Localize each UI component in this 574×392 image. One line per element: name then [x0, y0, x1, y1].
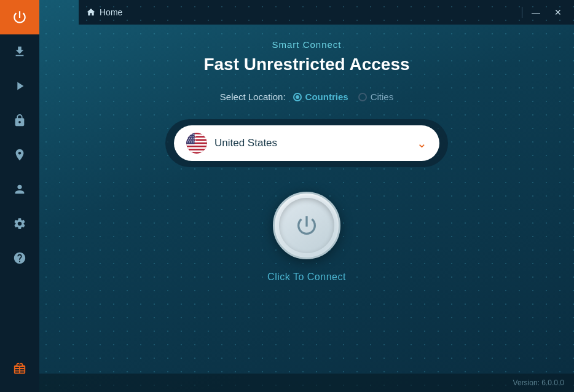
sidebar-item-settings[interactable]	[0, 206, 39, 241]
selected-country: United States	[214, 137, 277, 149]
power-icon	[294, 213, 319, 238]
version-text: Version: 6.0.0.0	[513, 378, 564, 387]
countries-radio-dot	[293, 93, 302, 101]
minimize-button[interactable]: —	[527, 4, 545, 21]
sidebar-item-help[interactable]	[0, 241, 39, 275]
svg-text:★★★★★★: ★★★★★★	[187, 141, 198, 143]
connect-power-button[interactable]	[273, 192, 340, 259]
location-left: ★★★★★★ ★★★★★ ★★★★★★ ★★★★★ ★★★★★★ United …	[186, 133, 277, 154]
svg-rect-7	[186, 151, 207, 152]
cities-radio-option[interactable]: Cities	[358, 92, 394, 102]
power-button-section: Click To Connect	[267, 192, 346, 283]
sidebar-item-play[interactable]	[0, 69, 39, 103]
content-area: Smart Connect Fast Unrestricted Access S…	[39, 25, 574, 283]
smart-connect-label: Smart Connect	[272, 39, 341, 50]
titlebar-divider	[522, 7, 522, 18]
svg-rect-5	[186, 144, 207, 146]
countries-radio-label: Countries	[305, 92, 348, 102]
sidebar-item-lock[interactable]	[0, 103, 39, 138]
location-dropdown-wrap: ★★★★★★ ★★★★★ ★★★★★★ ★★★★★ ★★★★★★ United …	[165, 119, 448, 167]
version-bar: Version: 6.0.0.0	[39, 374, 574, 392]
sidebar-item-user[interactable]	[0, 172, 39, 206]
cities-radio-label: Cities	[371, 92, 394, 102]
sidebar-item-ip[interactable]	[0, 138, 39, 172]
sidebar	[0, 0, 39, 392]
home-button[interactable]: Home	[86, 7, 122, 17]
click-to-connect-label[interactable]: Click To Connect	[267, 272, 346, 283]
svg-rect-6	[186, 147, 207, 149]
us-flag-icon: ★★★★★★ ★★★★★ ★★★★★★ ★★★★★ ★★★★★★	[186, 133, 207, 154]
location-dropdown[interactable]: ★★★★★★ ★★★★★ ★★★★★★ ★★★★★ ★★★★★★ United …	[174, 125, 439, 161]
close-button[interactable]: ✕	[549, 4, 567, 21]
countries-radio-option[interactable]: Countries	[293, 92, 348, 102]
select-location-row: Select Location: Countries Cities	[220, 92, 393, 102]
close-icon: ✕	[554, 7, 562, 17]
sidebar-item-download[interactable]	[0, 34, 39, 69]
sidebar-item-gift[interactable]	[0, 351, 39, 386]
titlebar: Home — ✕	[79, 0, 574, 25]
cities-radio-dot	[358, 93, 367, 101]
home-label: Home	[100, 7, 122, 17]
main-content: Home — ✕ Smart Connect Fast Unrestricted…	[39, 0, 574, 392]
minimize-icon: —	[532, 7, 540, 17]
select-location-label: Select Location:	[220, 92, 286, 102]
power-button[interactable]	[0, 0, 39, 34]
page-title: Fast Unrestricted Access	[203, 55, 409, 74]
chevron-down-icon: ⌄	[417, 136, 427, 151]
location-type-radio-group: Countries Cities	[293, 92, 394, 102]
